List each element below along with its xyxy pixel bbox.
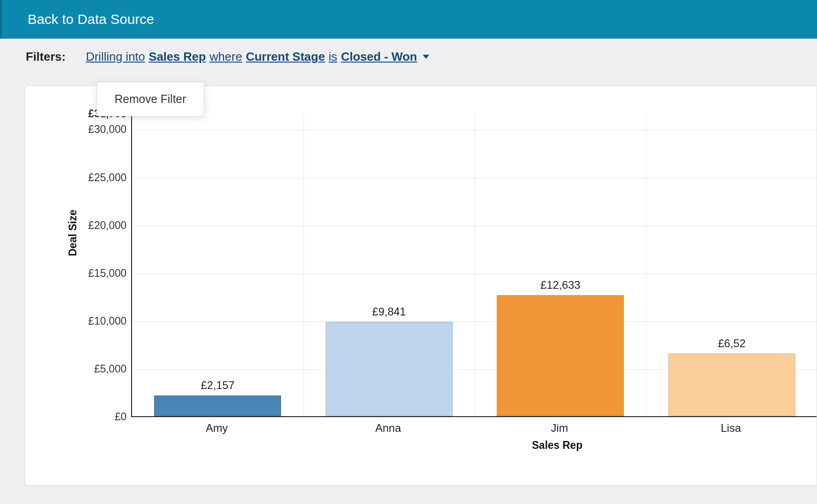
x-tick-label: Amy xyxy=(206,422,228,435)
bar-jim[interactable] xyxy=(497,295,624,416)
x-tick-label: Jim xyxy=(551,422,568,435)
y-axis-label: Deal Size xyxy=(67,210,79,256)
y-tick-label: £0 xyxy=(71,411,127,423)
bar-lisa[interactable] xyxy=(668,354,795,416)
chart-inner: Deal Size £0£5,000£10,000£15,000£20,000£… xyxy=(39,100,817,471)
x-tick-label: Lisa xyxy=(721,422,741,435)
filter-value: Closed - Won xyxy=(341,50,417,64)
bar-value-label: £9,841 xyxy=(372,305,406,318)
y-tick-label: £25,000 xyxy=(71,172,127,184)
y-tick-label: £15,000 xyxy=(71,267,127,280)
gridline-h xyxy=(132,226,817,226)
filter-prefix: Drilling into xyxy=(86,50,145,64)
x-axis-label: Sales Rep xyxy=(532,439,582,452)
y-tick-label: £10,000 xyxy=(71,315,127,327)
x-tick-label: Anna xyxy=(375,422,401,435)
filter-is: is xyxy=(328,50,337,64)
gridline-h xyxy=(132,178,817,178)
bar-anna[interactable] xyxy=(326,322,453,416)
back-to-data-source-link[interactable]: Back to Data Source xyxy=(28,11,154,27)
filters-label: Filters: xyxy=(26,50,66,64)
page-root: Back to Data Source Filters: Drilling in… xyxy=(0,0,817,504)
y-tick-label: £30,000 xyxy=(71,123,127,136)
y-tick-label: £5,000 xyxy=(71,363,127,375)
bar-value-label: £12,633 xyxy=(541,279,581,292)
gridline-v xyxy=(304,114,304,416)
bar-value-label: £2,157 xyxy=(201,379,235,392)
top-bar: Back to Data Source xyxy=(0,0,817,39)
gridline-h xyxy=(132,274,817,274)
filter-field: Current Stage xyxy=(246,50,325,64)
y-tick-label: £20,000 xyxy=(71,219,127,232)
remove-filter-button[interactable]: Remove Filter xyxy=(115,92,186,106)
filter-popover: Remove Filter xyxy=(97,82,204,116)
filter-dimension: Sales Rep xyxy=(149,50,206,64)
bar-value-label: £6,52 xyxy=(718,337,746,350)
gridline-h xyxy=(132,321,817,322)
gridline-h xyxy=(132,130,817,130)
filters-row: Filters: Drilling into Sales Rep where C… xyxy=(0,39,817,72)
bar-amy[interactable] xyxy=(154,395,281,416)
chart-card: Deal Size £0£5,000£10,000£15,000£20,000£… xyxy=(25,86,817,486)
filter-breadcrumb[interactable]: Drilling into Sales Rep where Current St… xyxy=(86,50,429,64)
gridline-v xyxy=(475,114,475,416)
plot-area: £2,157£9,841£12,633£6,52 xyxy=(131,114,817,417)
gridline-v xyxy=(646,114,647,416)
chevron-down-icon xyxy=(423,55,429,59)
filter-where: where xyxy=(210,50,242,64)
